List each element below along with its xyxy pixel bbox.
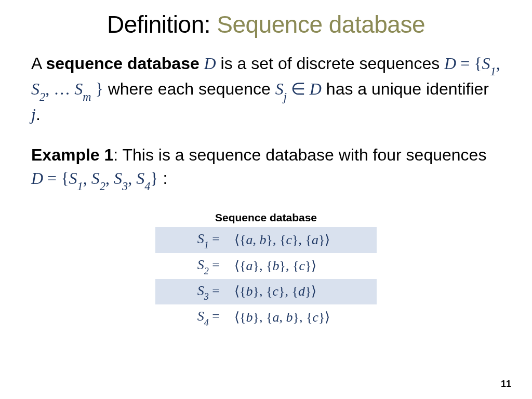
table-wrapper: Sequence database S1 = ⟨{a, b}, {c}, {a}…: [31, 210, 501, 330]
slide-body: A sequence database D is a set of discre…: [31, 52, 501, 330]
paragraph-definition: A sequence database D is a set of discre…: [31, 52, 501, 126]
table-caption: Sequence database: [31, 210, 501, 225]
title-accent: Sequence database: [217, 11, 425, 38]
example-label: Example 1: [31, 145, 113, 164]
text: is a set of discrete sequences: [216, 54, 444, 73]
row-value: ⟨{b}, {c}, {d}⟩: [227, 279, 377, 305]
paragraph-example: Example 1: This is a sequence database w…: [31, 143, 501, 192]
slide-title: Definition: Sequence database: [31, 10, 501, 38]
row-label: S3 =: [155, 279, 227, 305]
table-row: S4 = ⟨{b}, {a, b}, {c}⟩: [155, 304, 377, 330]
text: :: [158, 169, 168, 188]
row-label: S4 =: [155, 304, 227, 330]
text: has a unique identifier: [322, 79, 489, 98]
row-value: ⟨{a, b}, {c}, {a}⟩: [227, 227, 377, 253]
math-example-set: D = {S1, S2, S3, S4}: [31, 169, 158, 188]
slide: Definition: Sequence database A sequence…: [0, 0, 532, 399]
text: .: [36, 105, 41, 124]
row-label: S1 =: [155, 227, 227, 253]
table-row: S2 = ⟨{a}, {b}, {c}⟩: [155, 253, 377, 279]
page-number: 11: [501, 379, 511, 390]
row-label: S2 =: [155, 253, 227, 279]
table-row: S1 = ⟨{a, b}, {c}, {a}⟩: [155, 227, 377, 253]
title-prefix: Definition:: [107, 11, 217, 38]
row-value: ⟨{b}, {a, b}, {c}⟩: [227, 304, 377, 330]
math-j: j: [31, 105, 36, 124]
term: sequence database: [46, 54, 199, 73]
row-value: ⟨{a}, {b}, {c}⟩: [227, 253, 377, 279]
text: A: [31, 54, 46, 73]
text: : This is a sequence database with four …: [113, 145, 486, 164]
text: where each sequence: [103, 79, 275, 98]
text: [200, 54, 204, 73]
math-D: D: [204, 54, 216, 73]
table-row: S3 = ⟨{b}, {c}, {d}⟩: [155, 279, 377, 305]
math-membership: Sj ∈ D: [275, 79, 322, 98]
sequence-table: S1 = ⟨{a, b}, {c}, {a}⟩ S2 = ⟨{a}, {b}, …: [155, 227, 377, 330]
